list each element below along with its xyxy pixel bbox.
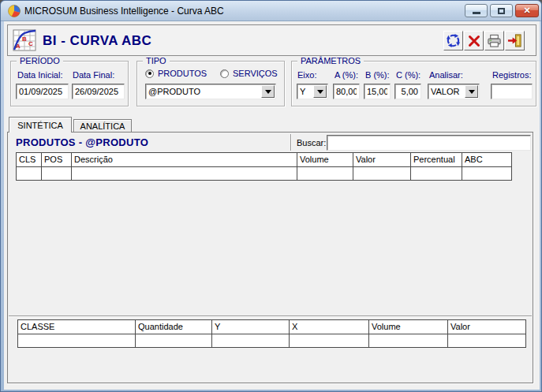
data-final-label: Data Final: — [73, 70, 114, 80]
column-header-volume[interactable]: Volume — [369, 320, 448, 334]
svg-text:A: A — [16, 43, 21, 50]
red-x-icon — [467, 34, 481, 48]
registros-label: Registros: — [492, 70, 532, 80]
tab-page-sintetica: PRODUTOS - @PRODUTO Buscar: CLS POS Desc… — [7, 132, 533, 383]
categoria-dropdown-value: @PRODUTO — [146, 87, 261, 96]
data-final-input[interactable] — [72, 84, 125, 99]
column-header-percentual[interactable]: Percentual — [411, 153, 462, 167]
radio-servicos-circle — [220, 69, 229, 78]
column-header-cls[interactable]: CLS — [17, 153, 42, 167]
window-title: MICROSUM Business Intelligence - Curva A… — [24, 6, 224, 17]
buscar-input[interactable] — [327, 135, 531, 151]
pie-chart-app-icon — [8, 5, 21, 17]
periodo-legend: PERÍODO — [17, 56, 63, 65]
parametros-groupbox: PARÂMETROS Eixo: A (%): B (%): C (%): An… — [291, 61, 536, 106]
grid-cell — [212, 334, 290, 347]
column-header-volume[interactable]: Volume — [297, 153, 353, 167]
radio-servicos[interactable]: SERVIÇOS — [220, 69, 278, 78]
column-header-classe[interactable]: CLASSE — [18, 320, 136, 334]
maximize-icon — [498, 8, 505, 14]
registros-input[interactable] — [491, 84, 533, 99]
exit-door-icon — [507, 33, 522, 48]
column-header-quantidade[interactable]: Quantidade — [136, 320, 212, 334]
tipo-groupbox: TIPO PRODUTOS SERVIÇOS @PRODUTO — [136, 61, 285, 106]
column-header-x[interactable]: X — [290, 320, 369, 334]
chevron-down-icon — [313, 85, 327, 98]
grid-cell — [136, 334, 212, 347]
summary-grid: CLASSE Quantidade Y X Volume Valor — [17, 319, 526, 348]
grid-cell — [18, 334, 136, 347]
app-window: MICROSUM Business Intelligence - Curva A… — [0, 0, 542, 392]
a-label: A (%): — [335, 70, 358, 80]
radio-produtos[interactable]: PRODUTOS — [145, 69, 207, 78]
toolbar — [443, 31, 525, 50]
column-header-pos[interactable]: POS — [42, 153, 72, 167]
data-inicial-input[interactable] — [16, 84, 69, 99]
client-area: A B C BI - CURVA ABC — [4, 21, 540, 390]
c-percent-input[interactable] — [394, 84, 421, 99]
tab-analitica[interactable]: ANALÍTICA — [73, 119, 132, 133]
eixo-dropdown[interactable]: Y — [297, 84, 328, 99]
grid-cell — [297, 167, 353, 180]
svg-text:C: C — [28, 40, 33, 47]
refresh-icon — [446, 33, 461, 48]
printer-icon — [487, 33, 502, 48]
b-label: B (%): — [365, 70, 390, 80]
close-button[interactable]: ✕ — [515, 4, 539, 17]
parametros-legend: PARÂMETROS — [297, 56, 364, 65]
grid-cell — [17, 167, 42, 180]
grid-cell — [411, 167, 462, 180]
chevron-down-icon — [261, 85, 275, 98]
summary-grid-empty-row[interactable] — [18, 334, 525, 347]
buscar-label: Buscar: — [297, 138, 326, 147]
grid-cell — [462, 167, 511, 180]
grid-cell — [72, 167, 297, 180]
minimize-icon — [473, 12, 480, 14]
analisar-dropdown[interactable]: VALOR — [428, 84, 480, 99]
c-label: C (%): — [396, 70, 421, 80]
main-grid: CLS POS Descrição Volume Valor Percentua… — [16, 152, 512, 181]
maximize-button[interactable] — [490, 4, 513, 17]
main-grid-empty-row[interactable] — [17, 167, 511, 180]
titlebar[interactable]: MICROSUM Business Intelligence - Curva A… — [1, 1, 541, 21]
page-title: BI - CURVA ABC — [43, 33, 151, 49]
clear-button[interactable] — [464, 31, 484, 50]
radio-produtos-label: PRODUTOS — [158, 69, 207, 78]
a-percent-input[interactable] — [333, 84, 360, 99]
summary-grid-header-row: CLASSE Quantidade Y X Volume Valor — [18, 320, 525, 334]
grid-cell — [353, 167, 411, 180]
tipo-legend: TIPO — [143, 56, 170, 65]
data-inicial-label: Data Inicial: — [17, 70, 62, 80]
periodo-groupbox: PERÍODO Data Inicial: Data Final: — [10, 61, 129, 106]
close-icon: ✕ — [523, 6, 530, 16]
grid-cell — [369, 334, 448, 347]
main-grid-header-row: CLS POS Descrição Volume Valor Percentua… — [17, 153, 511, 167]
tab-sintetica[interactable]: SINTÉTICA — [9, 117, 72, 133]
radio-servicos-label: SERVIÇOS — [233, 69, 278, 78]
column-header-valor[interactable]: Valor — [448, 320, 525, 334]
section-title: PRODUTOS - @PRODUTO — [16, 136, 148, 148]
b-percent-input[interactable] — [364, 84, 391, 99]
abc-curve-icon: A B C — [13, 29, 36, 51]
grid-cell — [42, 167, 72, 180]
divider — [9, 315, 532, 316]
header-bar: A B C BI - CURVA ABC — [7, 24, 536, 56]
svg-text:B: B — [22, 35, 27, 43]
refresh-button[interactable] — [443, 31, 463, 50]
radio-produtos-circle — [145, 69, 154, 78]
grid-cell — [290, 334, 369, 347]
chevron-down-icon — [465, 85, 478, 98]
minimize-button[interactable] — [465, 4, 488, 17]
grid-cell — [448, 334, 525, 347]
exit-button[interactable] — [505, 31, 525, 50]
column-header-descricao[interactable]: Descrição — [72, 153, 297, 167]
print-button[interactable] — [484, 31, 504, 50]
eixo-label: Eixo: — [297, 70, 316, 80]
column-header-y[interactable]: Y — [212, 320, 290, 334]
eixo-dropdown-value: Y — [297, 87, 313, 96]
analisar-dropdown-value: VALOR — [428, 87, 465, 96]
column-header-valor[interactable]: Valor — [353, 153, 411, 167]
column-header-abc[interactable]: ABC — [462, 153, 511, 167]
analisar-label: Analisar: — [429, 70, 463, 80]
categoria-dropdown[interactable]: @PRODUTO — [145, 84, 276, 99]
